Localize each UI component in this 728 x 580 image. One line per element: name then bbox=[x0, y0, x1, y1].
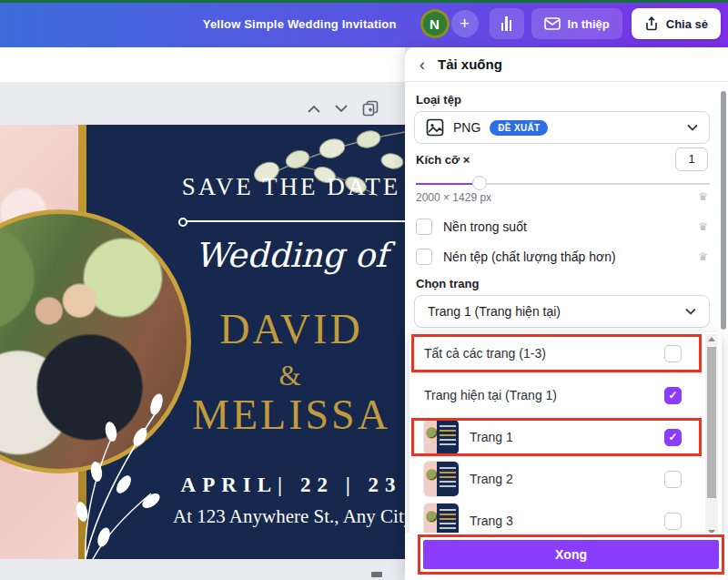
print-invitation-button[interactable]: In thiệp bbox=[531, 8, 622, 39]
share-button-label: Chia sẻ bbox=[666, 17, 708, 31]
list-item-label: Trang 2 bbox=[470, 472, 513, 486]
envelope-icon bbox=[544, 17, 561, 30]
avatar[interactable]: N bbox=[420, 9, 450, 38]
duplicate-page-icon[interactable] bbox=[362, 100, 379, 117]
page-1-thumbnail bbox=[424, 420, 459, 454]
address-text[interactable]: At 123 Anywhere St., Any City bbox=[173, 505, 405, 528]
bride-name-text[interactable]: MELISSA bbox=[173, 391, 405, 439]
add-member-button[interactable]: + bbox=[451, 10, 479, 37]
compress-file-option[interactable]: Nén tệp (chất lượng thấp hơn) bbox=[416, 249, 616, 265]
chevron-down-icon bbox=[685, 308, 696, 315]
list-item-current-page[interactable]: Trang hiện tại (Trang 1) ✓ bbox=[410, 374, 722, 416]
chevron-down-icon bbox=[687, 124, 698, 131]
page-2-checkbox[interactable] bbox=[664, 471, 682, 488]
done-highlight-outline: Xong bbox=[418, 534, 724, 575]
transparent-bg-label: Nền trong suốt bbox=[443, 219, 527, 234]
select-pages-value: Trang 1 (Trang hiện tại) bbox=[428, 304, 561, 319]
wedding-of-text[interactable]: Wedding of bbox=[173, 236, 405, 275]
panel-header: ‹ Tải xuống bbox=[405, 47, 728, 82]
pro-crown-icon: ♛ bbox=[698, 250, 708, 263]
file-type-value: PNG bbox=[453, 120, 480, 135]
all-pages-checkbox[interactable] bbox=[664, 345, 682, 362]
image-file-icon bbox=[426, 118, 444, 137]
slider-fill bbox=[416, 183, 472, 185]
transparent-bg-checkbox[interactable] bbox=[416, 219, 432, 235]
move-page-up-icon[interactable] bbox=[308, 105, 320, 113]
size-multiplier-input[interactable]: 1 bbox=[675, 148, 708, 171]
compress-file-checkbox[interactable] bbox=[416, 249, 432, 265]
select-pages-dropdown[interactable]: Trang 1 (Trang hiện tại) bbox=[414, 295, 710, 328]
file-type-select[interactable]: PNG ĐỀ XUẤT bbox=[414, 111, 710, 144]
download-panel: ‹ Tải xuống Loại tệp PNG ĐỀ XUẤT Kích cỡ… bbox=[405, 47, 728, 580]
scroll-up-arrow-icon[interactable] bbox=[708, 337, 715, 341]
document-title[interactable]: Yellow Simple Wedding Invitation bbox=[203, 17, 397, 31]
share-button[interactable]: Chia sẻ bbox=[632, 8, 721, 39]
invitation-text-block: SAVE THE DATE Wedding of DAVID & MELISSA… bbox=[173, 125, 405, 559]
size-label: Kích cỡ × bbox=[416, 153, 470, 167]
ampersand-text[interactable]: & bbox=[173, 360, 405, 392]
recommended-badge: ĐỀ XUẤT bbox=[490, 120, 548, 136]
current-page-checkbox[interactable]: ✓ bbox=[664, 387, 682, 404]
top-accent-line bbox=[0, 0, 728, 3]
save-the-date-text[interactable]: SAVE THE DATE bbox=[173, 173, 405, 201]
panel-title: Tải xuống bbox=[438, 56, 502, 72]
list-item-page-1[interactable]: Trang 1 ✓ bbox=[410, 416, 722, 458]
panel-scrollbar[interactable] bbox=[721, 91, 726, 330]
done-bar: Xong bbox=[405, 533, 728, 580]
app-window: Yellow Simple Wedding Invitation N + In … bbox=[0, 0, 728, 580]
file-type-label: Loại tệp bbox=[416, 93, 461, 107]
list-item-label: Tất cả các trang (1-3) bbox=[424, 346, 546, 361]
list-item-label: Trang 3 bbox=[470, 514, 513, 528]
page-3-checkbox[interactable] bbox=[664, 513, 682, 530]
groom-name-text[interactable]: DAVID bbox=[173, 305, 405, 353]
back-chevron-icon[interactable]: ‹ bbox=[420, 56, 425, 73]
done-button[interactable]: Xong bbox=[423, 540, 719, 569]
page-1-checkbox[interactable]: ✓ bbox=[664, 429, 682, 446]
canvas-page-1[interactable]: SAVE THE DATE Wedding of DAVID & MELISSA… bbox=[0, 125, 405, 559]
page-controls bbox=[308, 100, 379, 117]
list-item-page-2[interactable]: Trang 2 bbox=[410, 458, 722, 500]
list-item-label: Trang hiện tại (Trang 1) bbox=[424, 388, 557, 402]
list-item-label: Trang 1 bbox=[470, 430, 513, 444]
slider-knob[interactable] bbox=[472, 176, 487, 190]
compress-file-label: Nén tệp (chất lượng thấp hơn) bbox=[443, 249, 616, 264]
move-page-down-icon[interactable] bbox=[335, 105, 348, 113]
pages-dropdown-list: Tất cả các trang (1-3) Trang hiện tại (T… bbox=[410, 332, 722, 539]
pro-crown-icon: ♛ bbox=[698, 190, 708, 203]
print-button-label: In thiệp bbox=[568, 17, 610, 31]
size-slider[interactable] bbox=[416, 183, 710, 185]
context-toolbar bbox=[0, 47, 405, 82]
divider-ornament bbox=[186, 220, 405, 222]
white-floral-branch-graphic bbox=[56, 384, 166, 559]
transparent-bg-option[interactable]: Nền trong suốt bbox=[416, 219, 527, 235]
top-bar: Yellow Simple Wedding Invitation N + In … bbox=[0, 0, 728, 47]
pixel-dimensions-text: 2000 × 1429 px bbox=[416, 191, 491, 204]
pro-crown-icon: ♛ bbox=[698, 220, 708, 233]
date-text[interactable]: APRIL| 22 | 23 bbox=[173, 473, 405, 497]
share-upload-icon bbox=[644, 16, 659, 31]
list-scrollbar-thumb[interactable] bbox=[707, 347, 716, 498]
insights-button[interactable] bbox=[490, 8, 524, 39]
select-pages-label: Chọn trang bbox=[416, 277, 479, 290]
bar-chart-icon bbox=[501, 16, 512, 31]
list-item-all-pages[interactable]: Tất cả các trang (1-3) bbox=[410, 332, 722, 374]
page-2-thumbnail bbox=[424, 462, 459, 496]
